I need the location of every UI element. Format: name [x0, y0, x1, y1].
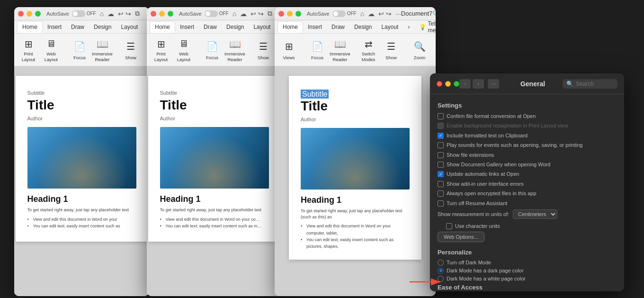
search-button-3[interactable]: 🔍	[432, 10, 436, 18]
cloud-icon-3[interactable]: ☁	[368, 10, 375, 18]
undo-icon-1[interactable]: ↩	[118, 10, 124, 18]
tool-immersive-1[interactable]: 📖 ImmersiveReader	[92, 36, 113, 64]
autosave-toggle-1[interactable]: OFF	[72, 10, 96, 17]
web-options-button[interactable]: Web Options...	[438, 232, 484, 242]
settings-checkbox-9[interactable]	[438, 200, 444, 207]
tab-home-1[interactable]: Home	[17, 21, 43, 33]
window-icon-2[interactable]: ⧉	[268, 9, 272, 18]
settings-checkbox-0[interactable]	[438, 113, 444, 119]
home-icon-1[interactable]: ⌂	[100, 10, 104, 18]
titlebar-1: AutoSave OFF ⌂ ☁ ↩ ↪ ⧉	[14, 7, 149, 20]
tab-design-1[interactable]: Design	[89, 22, 116, 32]
maximize-button-1[interactable]	[35, 11, 41, 17]
tab-insert-2[interactable]: Insert	[175, 22, 199, 32]
tab-insert-3[interactable]: Insert	[303, 22, 327, 32]
doc-main-title-3[interactable]: Title	[301, 99, 410, 114]
tool-focus-2[interactable]: 📄 Focus	[202, 36, 223, 64]
titlebar-icons-2: ⌂ ☁ ↩ ↪ ⧉	[233, 9, 272, 18]
doc-title-1[interactable]: Title	[27, 98, 136, 113]
tab-draw-1[interactable]: Draw	[66, 22, 89, 32]
autosave-toggle-3[interactable]: OFF	[332, 10, 357, 17]
more-icon-3[interactable]: ···	[395, 10, 401, 18]
redo-icon-1[interactable]: ↪	[125, 10, 131, 18]
doc-heading-3[interactable]: Heading 1	[301, 195, 410, 205]
settings-checkbox-1[interactable]	[438, 123, 444, 129]
close-button-3[interactable]	[278, 11, 284, 17]
tool-views-3[interactable]: ⊞ Views	[278, 36, 299, 64]
settings-maximize-button[interactable]	[454, 81, 459, 87]
undo-icon-3[interactable]: ↩	[378, 10, 384, 18]
redo-icon-2[interactable]: ↪	[258, 10, 264, 18]
home-icon-3[interactable]: ⌂	[360, 10, 364, 18]
settings-close-button[interactable]	[437, 81, 442, 87]
tab-tell-me[interactable]: 💡Tell me	[414, 18, 436, 36]
doc-image-1	[27, 127, 136, 189]
home-icon-2[interactable]: ⌂	[233, 10, 236, 18]
settings-item-6: Update automatic links at Open	[438, 171, 617, 178]
tab-home-2[interactable]: Home	[150, 21, 175, 33]
tool-immersive-2[interactable]: 📖 ImmersiveReader	[224, 36, 245, 64]
settings-minimize-button[interactable]	[445, 81, 451, 87]
doc-page-3: Subtitle Title Author Heading 1 To get s…	[289, 76, 421, 260]
settings-forward-button[interactable]: ›	[473, 79, 484, 89]
tool-web-layout-1[interactable]: 🖥 WebLayout	[41, 36, 62, 64]
character-units-checkbox[interactable]	[446, 223, 452, 229]
settings-checkbox-6[interactable]	[438, 171, 444, 177]
tool-show-1[interactable]: ☰ Show	[120, 36, 141, 64]
tool-show-2[interactable]: ☰ Show	[253, 36, 274, 64]
minimize-button-2[interactable]	[159, 11, 165, 17]
settings-checkbox-5[interactable]	[438, 162, 444, 168]
cloud-icon-1[interactable]: ☁	[107, 10, 114, 18]
settings-checkbox-2[interactable]	[438, 133, 444, 139]
window-icon-1[interactable]: ⧉	[135, 9, 140, 18]
tool-zoom-3[interactable]: 🔍 Zoom	[409, 36, 430, 64]
tool-immersive-3[interactable]: 📖 ImmersiveReader	[330, 36, 350, 64]
tab-design-3[interactable]: Design	[349, 22, 376, 32]
tab-layout-2[interactable]: Layout	[249, 22, 275, 32]
autosave-toggle-2[interactable]: OFF	[205, 10, 229, 17]
tab-home-3[interactable]: Home	[277, 21, 303, 33]
tool-print-layout-1[interactable]: ⊞ PrintLayout	[18, 36, 39, 64]
tab-layout-3[interactable]: Layout	[376, 22, 403, 32]
settings-search-input[interactable]	[576, 81, 614, 87]
tool-print-layout-2[interactable]: ⊞ PrintLayout	[151, 36, 171, 64]
toggle-pill-3[interactable]	[332, 10, 346, 17]
tab-more-3[interactable]: ›	[403, 22, 414, 32]
measurement-select[interactable]: Centimeters Inches Points	[513, 209, 557, 219]
doc-heading-1[interactable]: Heading 1	[27, 194, 136, 204]
settings-checkbox-3[interactable]	[438, 142, 444, 148]
settings-grid-button[interactable]: ⋯	[488, 79, 499, 89]
settings-back-button[interactable]: ‹	[459, 79, 471, 89]
minimize-button-3[interactable]	[287, 11, 293, 17]
maximize-button-3[interactable]	[295, 11, 301, 17]
personalize-radio-2[interactable]	[438, 276, 444, 282]
personalize-radio-0[interactable]	[438, 260, 444, 266]
settings-checkbox-7[interactable]	[438, 181, 444, 187]
cloud-icon-2[interactable]: ☁	[240, 10, 247, 18]
tool-web-layout-2[interactable]: 🖥 WebLayout	[173, 36, 194, 64]
maximize-button-2[interactable]	[168, 11, 173, 17]
personalize-radio-1[interactable]	[438, 268, 444, 274]
tool-switch-modes-3[interactable]: ⇄ SwitchModes	[358, 36, 379, 64]
tool-show-3[interactable]: ☰ Show	[381, 36, 402, 64]
doc-title-2[interactable]: Title	[160, 98, 269, 113]
toggle-pill-2[interactable]	[205, 10, 218, 17]
doc-heading-2[interactable]: Heading 1	[160, 194, 269, 204]
settings-checkbox-8[interactable]	[438, 190, 444, 197]
doc-bullet-2-1: You can edit text; easily insert content…	[160, 223, 269, 229]
redo-icon-3[interactable]: ↪	[386, 10, 392, 18]
tab-design-2[interactable]: Design	[222, 22, 249, 32]
close-button-2[interactable]	[151, 11, 156, 17]
close-button-1[interactable]	[18, 11, 24, 17]
settings-search-box[interactable]: 🔍	[563, 79, 617, 89]
toggle-pill-1[interactable]	[72, 10, 85, 17]
tab-insert-1[interactable]: Insert	[43, 22, 66, 32]
tab-layout-1[interactable]: Layout	[116, 22, 143, 32]
minimize-button-1[interactable]	[27, 11, 32, 17]
tool-focus-3[interactable]: 📄 Focus	[307, 36, 328, 64]
undo-icon-2[interactable]: ↩	[250, 10, 256, 18]
tab-draw-2[interactable]: Draw	[199, 22, 222, 32]
settings-checkbox-4[interactable]	[438, 152, 444, 158]
tool-focus-1[interactable]: 📄 Focus	[69, 36, 90, 64]
tab-draw-3[interactable]: Draw	[327, 22, 349, 32]
